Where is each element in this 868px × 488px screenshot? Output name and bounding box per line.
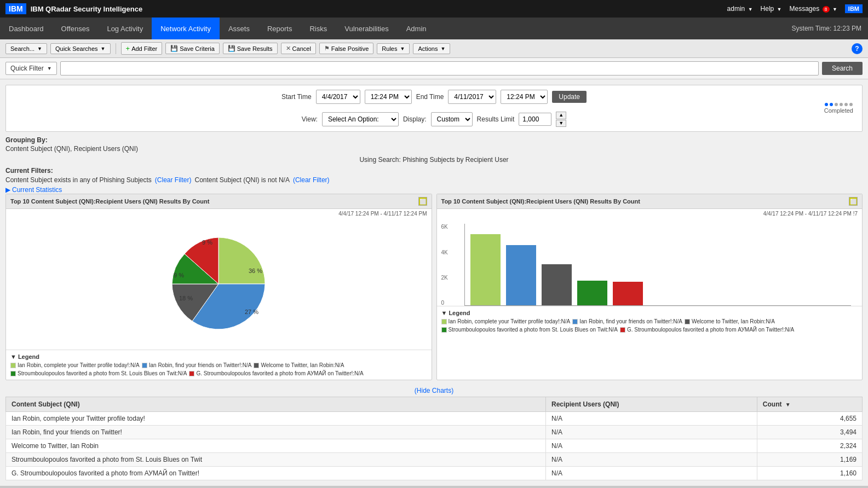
nav-risks[interactable]: Risks bbox=[301, 18, 336, 39]
save-criteria-button[interactable]: 💾 Save Criteria bbox=[165, 43, 220, 54]
chart-right-legend: ▼ Legend Ian Robin, complete your Twitte… bbox=[437, 306, 863, 336]
table-row[interactable]: Ian Robin, find your friends on Twitter!… bbox=[6, 426, 863, 439]
results-down-button[interactable]: ▼ bbox=[556, 120, 566, 127]
dot-1 bbox=[825, 103, 828, 106]
nav-reports[interactable]: Reports bbox=[258, 18, 301, 39]
clear-filter-1-link[interactable]: (Clear Filter) bbox=[155, 176, 192, 184]
cancel-icon: ✕ bbox=[286, 45, 291, 52]
add-filter-button[interactable]: + Add Filter bbox=[121, 42, 163, 55]
cell-count-2: 2,324 bbox=[757, 439, 862, 453]
y-label-4k: 4K bbox=[441, 249, 448, 255]
y-label-6k: 6K bbox=[441, 224, 448, 230]
legend-label-left-4: G. Stroumboulopoulos favorited a photo f… bbox=[196, 370, 363, 376]
nav-offenses[interactable]: Offenses bbox=[53, 18, 99, 39]
col-count[interactable]: Count ▼ bbox=[757, 397, 862, 412]
svg-text:9 %: 9 % bbox=[202, 239, 212, 246]
save-results-button[interactable]: 💾 Save Results bbox=[223, 43, 278, 54]
chart-right-legend-toggle[interactable]: ▼ Legend bbox=[441, 310, 858, 316]
legend-item-right-4: G. Stroumboulopoulos favorited a photo f… bbox=[620, 327, 794, 333]
legend-color-left-4 bbox=[189, 371, 194, 376]
main-content: Start Time 4/4/2017 12:24 PM End Time 4/… bbox=[0, 79, 868, 486]
legend-item-right-0: Ian Robin, complete your Twitter profile… bbox=[441, 318, 571, 324]
chart-left-legend-toggle[interactable]: ▼ Legend bbox=[10, 353, 427, 360]
false-positive-button[interactable]: ⚑ False Positive bbox=[319, 43, 373, 54]
table-row[interactable]: G. Stroumboulopoulos favorited a photo f… bbox=[6, 467, 863, 480]
start-time-label: Start Time bbox=[281, 93, 312, 101]
view-option-select[interactable]: Select An Option: bbox=[322, 112, 399, 126]
start-date-select[interactable]: 4/4/2017 bbox=[316, 90, 360, 104]
clear-filter-2-link[interactable]: (Clear Filter) bbox=[293, 176, 330, 184]
dot-6 bbox=[849, 103, 853, 106]
nav-vulnerabilities[interactable]: Vulnerabilities bbox=[336, 18, 397, 39]
col-recipient-users[interactable]: Recipient Users (QNI) bbox=[546, 397, 757, 412]
legend-label-right-3: Stroumboulopoulos favorited a photo from… bbox=[449, 327, 618, 333]
help-menu[interactable]: Help ▼ bbox=[761, 5, 782, 13]
legend-label-right-0: Ian Robin, complete your Twitter profile… bbox=[449, 318, 571, 324]
results-limit-label: Results Limit bbox=[477, 115, 515, 123]
view-label: View: bbox=[302, 115, 318, 123]
legend-label-right-4: G. Stroumboulopoulos favorited a photo f… bbox=[627, 327, 794, 333]
start-time-select[interactable]: 12:24 PM bbox=[365, 90, 412, 104]
completed-label: Completed bbox=[824, 107, 853, 114]
navbar: Dashboard Offenses Log Activity Network … bbox=[0, 18, 868, 39]
cell-count-1: 3,494 bbox=[757, 426, 862, 439]
update-button[interactable]: Update bbox=[552, 91, 587, 103]
legend-color-right-4 bbox=[620, 327, 625, 333]
completed-indicator: Completed bbox=[824, 103, 853, 114]
cell-content-0: Ian Robin, complete your Twitter profile… bbox=[6, 412, 546, 426]
help-icon[interactable]: ? bbox=[852, 43, 863, 54]
filter-2-text: Content Subject (QNI) is not N/A bbox=[195, 176, 290, 184]
search-input[interactable] bbox=[60, 61, 819, 75]
nav-admin[interactable]: Admin bbox=[398, 18, 435, 39]
end-time-select[interactable]: 12:24 PM bbox=[501, 90, 548, 104]
nav-log-activity[interactable]: Log Activity bbox=[98, 18, 152, 39]
rules-arrow: ▼ bbox=[400, 46, 405, 51]
data-table: Content Subject (QNI) Recipient Users (Q… bbox=[5, 397, 863, 480]
hide-charts-link[interactable]: (Hide Charts) bbox=[415, 387, 453, 394]
legend-color-right-0 bbox=[441, 319, 447, 324]
nav-dashboard[interactable]: Dashboard bbox=[0, 18, 53, 39]
legend-item-right-2: Welcome to Twitter, Ian Robin:N/A bbox=[685, 318, 775, 324]
col-content-subject[interactable]: Content Subject (QNI) bbox=[6, 397, 546, 412]
display-option-select[interactable]: Custom bbox=[431, 112, 473, 126]
legend-toggle-label-right: Legend bbox=[449, 310, 470, 316]
messages-menu[interactable]: Messages 8 ▼ bbox=[790, 5, 837, 13]
chart-right-export-icon[interactable]: ⬜ bbox=[849, 197, 858, 206]
quick-searches-button[interactable]: Quick Searches ▼ bbox=[50, 43, 111, 54]
actions-arrow: ▼ bbox=[440, 46, 445, 51]
search-using: Using Search: Phishing Subjects by Recip… bbox=[5, 156, 863, 164]
legend-label-right-1: Ian Robin, find your friends on Twitter!… bbox=[579, 318, 682, 324]
nav-network-activity[interactable]: Network Activity bbox=[152, 18, 220, 39]
search-dropdown-button[interactable]: Search... ▼ bbox=[5, 43, 47, 54]
actions-button[interactable]: Actions ▼ bbox=[413, 43, 450, 54]
spinner-dots bbox=[824, 103, 853, 106]
cell-content-3: Stroumboulopoulos favorited a photo from… bbox=[6, 453, 546, 467]
chart-left-date: 4/4/17 12:24 PM - 4/11/17 12:24 PM bbox=[6, 209, 432, 218]
rules-button[interactable]: Rules ▼ bbox=[377, 43, 410, 54]
legend-color-right-2 bbox=[685, 319, 690, 324]
results-limit-input[interactable] bbox=[519, 113, 551, 126]
filter-type-select[interactable]: Quick Filter ▼ bbox=[5, 62, 57, 75]
toolbar: Search... ▼ Quick Searches ▼ + Add Filte… bbox=[0, 39, 868, 58]
dot-3 bbox=[835, 103, 838, 106]
search-button[interactable]: Search bbox=[822, 62, 863, 75]
table-row[interactable]: Welcome to Twitter, Ian Robin N/A 2,324 bbox=[6, 439, 863, 453]
legend-color-left-3 bbox=[10, 371, 16, 376]
table-row[interactable]: Stroumboulopoulos favorited a photo from… bbox=[6, 453, 863, 467]
cell-content-4: G. Stroumboulopoulos favorited a photo f… bbox=[6, 467, 546, 480]
stats-toggle[interactable]: ▶ Current Statistics bbox=[5, 186, 863, 194]
add-filter-icon: + bbox=[126, 44, 130, 53]
searchbar: Quick Filter ▼ Search bbox=[0, 58, 868, 79]
legend-color-left-0 bbox=[10, 363, 16, 368]
end-date-select[interactable]: 4/11/2017 bbox=[448, 90, 496, 104]
svg-text:36 %: 36 % bbox=[249, 268, 262, 274]
admin-menu[interactable]: admin ▼ bbox=[727, 5, 753, 13]
results-up-button[interactable]: ▲ bbox=[556, 112, 566, 119]
hide-charts: (Hide Charts) bbox=[5, 385, 863, 397]
table-row[interactable]: Ian Robin, complete your Twitter profile… bbox=[6, 412, 863, 426]
cell-content-2: Welcome to Twitter, Ian Robin bbox=[6, 439, 546, 453]
chart-left-export-icon[interactable]: ⬜ bbox=[418, 197, 427, 206]
false-positive-icon: ⚑ bbox=[324, 45, 330, 52]
nav-assets[interactable]: Assets bbox=[220, 18, 258, 39]
cancel-button[interactable]: ✕ Cancel bbox=[281, 43, 316, 54]
